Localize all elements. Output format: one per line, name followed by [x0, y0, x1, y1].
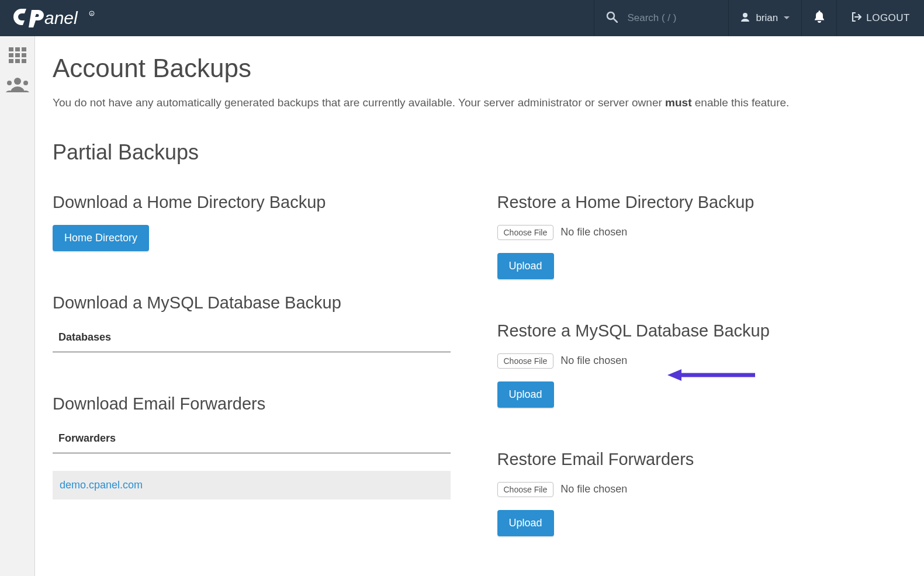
nav-user-menu[interactable]: brian: [728, 0, 801, 36]
sidebar-item-apps[interactable]: [8, 47, 27, 67]
forwarder-link[interactable]: demo.cpanel.com: [60, 479, 143, 491]
svg-rect-7: [15, 47, 20, 51]
notifications-button[interactable]: [801, 0, 836, 36]
svg-rect-13: [15, 59, 20, 63]
svg-line-4: [614, 19, 617, 22]
logout-label: LOGOUT: [866, 12, 910, 24]
svg-rect-10: [15, 53, 20, 57]
upload-button-fwd[interactable]: Upload: [497, 510, 554, 536]
download-db-title: Download a MySQL Database Backup: [53, 293, 451, 313]
restore-db-group: Restore a MySQL Database Backup Choose F…: [497, 321, 895, 408]
svg-rect-9: [9, 53, 13, 57]
page-title: Account Backups: [53, 54, 895, 83]
svg-point-17: [23, 81, 28, 85]
svg-rect-6: [9, 47, 13, 51]
svg-point-5: [743, 13, 747, 18]
svg-rect-14: [22, 59, 26, 63]
top-nav: anel R brian LOGOUT: [0, 0, 924, 36]
home-directory-button[interactable]: Home Directory: [53, 225, 149, 251]
svg-text:anel: anel: [44, 8, 78, 27]
svg-text:R: R: [91, 12, 93, 16]
download-db-group: Download a MySQL Database Backup Databas…: [53, 293, 451, 352]
svg-rect-11: [22, 53, 26, 57]
svg-rect-8: [22, 47, 26, 51]
section-title-partial-backups: Partial Backups: [53, 140, 895, 165]
cpanel-logo[interactable]: anel R: [13, 8, 101, 29]
no-file-label-fwd: No file chosen: [560, 483, 627, 495]
search-icon: [606, 11, 618, 25]
choose-file-button-home[interactable]: Choose File: [497, 225, 554, 240]
restore-db-title: Restore a MySQL Database Backup: [497, 321, 895, 341]
download-fwd-title: Download Email Forwarders: [53, 394, 451, 414]
username-label: brian: [756, 12, 778, 24]
logout-icon: [851, 12, 861, 25]
grid-icon: [8, 56, 27, 66]
bell-icon: [814, 11, 825, 26]
svg-point-15: [14, 78, 21, 85]
restore-home-title: Restore a Home Directory Backup: [497, 193, 895, 212]
page-description: You do not have any automatically genera…: [53, 95, 895, 111]
restore-home-group: Restore a Home Directory Backup Choose F…: [497, 193, 895, 279]
upload-button-home[interactable]: Upload: [497, 253, 554, 279]
no-file-label-home: No file chosen: [560, 226, 627, 238]
upload-button-db[interactable]: Upload: [497, 381, 554, 408]
svg-point-16: [7, 81, 12, 85]
databases-subhead: Databases: [53, 325, 451, 352]
search-input[interactable]: [627, 12, 709, 24]
nav-search[interactable]: [594, 0, 728, 36]
chevron-down-icon: [784, 12, 790, 24]
sidebar-item-users[interactable]: [6, 77, 29, 95]
no-file-label-db: No file chosen: [560, 355, 627, 367]
restore-fwd-file-row: Choose File No file chosen: [497, 482, 895, 497]
forwarder-link-row: demo.cpanel.com: [53, 471, 451, 499]
forwarders-subhead: Forwarders: [53, 426, 451, 453]
download-home-group: Download a Home Directory Backup Home Di…: [53, 193, 451, 251]
download-fwd-group: Download Email Forwarders Forwarders dem…: [53, 394, 451, 499]
restore-column: Restore a Home Directory Backup Choose F…: [497, 193, 895, 536]
choose-file-button-db[interactable]: Choose File: [497, 353, 554, 369]
choose-file-button-fwd[interactable]: Choose File: [497, 482, 554, 497]
logout-button[interactable]: LOGOUT: [836, 0, 924, 36]
svg-rect-12: [9, 59, 13, 63]
restore-fwd-title: Restore Email Forwarders: [497, 450, 895, 469]
main-content: Account Backups You do not have any auto…: [35, 36, 924, 576]
restore-fwd-group: Restore Email Forwarders Choose File No …: [497, 450, 895, 536]
download-column: Download a Home Directory Backup Home Di…: [53, 193, 451, 536]
restore-db-file-row: Choose File No file chosen: [497, 353, 895, 369]
user-icon: [740, 12, 750, 25]
users-icon: [6, 84, 29, 94]
download-home-title: Download a Home Directory Backup: [53, 193, 451, 212]
restore-home-file-row: Choose File No file chosen: [497, 225, 895, 240]
sidebar: [0, 36, 35, 576]
